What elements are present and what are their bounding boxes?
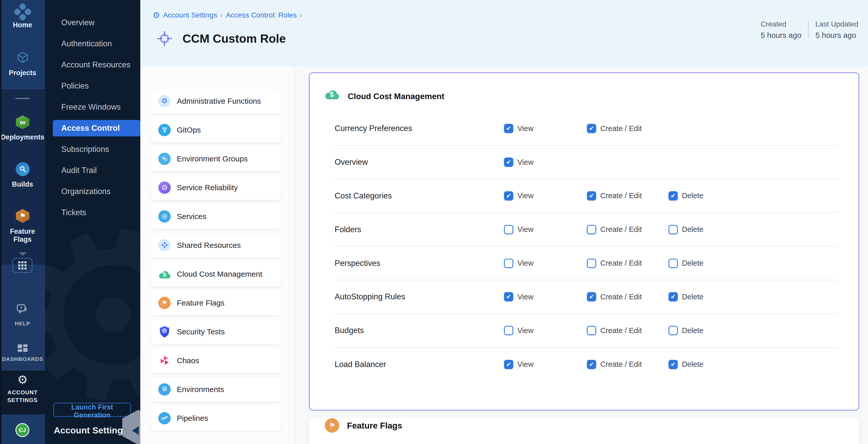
unchecked-checkbox[interactable] <box>504 259 513 268</box>
permission-cell-create-edit: ✔Create / Edit <box>587 292 642 302</box>
rail-item-help[interactable]: HELP <box>0 320 45 327</box>
breadcrumb-link-roles[interactable]: Access Control: Roles <box>226 11 297 19</box>
permissions-rows: Currency Preferences✔View✔Create / EditO… <box>335 112 838 381</box>
chaos-icon <box>158 354 170 367</box>
resource-group-label: Feature Flags <box>177 298 224 307</box>
launch-first-generation-button[interactable]: Launch First Generation <box>53 403 131 417</box>
checked-checkbox[interactable]: ✔ <box>504 124 513 133</box>
dashboards-icon[interactable] <box>17 344 28 354</box>
feature-flags-rail-icon[interactable]: ⚑ <box>15 209 30 223</box>
checked-checkbox[interactable]: ✔ <box>587 292 596 302</box>
builds-icon[interactable] <box>16 162 30 176</box>
rail-item-feature-flags[interactable]: Feature Flags <box>0 227 45 244</box>
settings-nav-item-audit-trail[interactable]: Audit Trail <box>45 160 140 181</box>
checked-checkbox[interactable]: ✔ <box>504 292 513 302</box>
chevron-down-icon[interactable] <box>19 252 27 256</box>
settings-nav-item-subscriptions[interactable]: Subscriptions <box>45 139 140 160</box>
gitops-icon <box>158 124 170 136</box>
permission-cell-create-edit: Create / Edit <box>587 259 642 268</box>
resource-group-label: Shared Resources <box>177 241 241 250</box>
settings-nav-item-policies[interactable]: Policies <box>45 75 140 97</box>
resource-group-service-reliability[interactable]: Service Reliability <box>151 175 281 200</box>
resource-group-gitops[interactable]: GitOps <box>151 117 281 142</box>
resource-group-pipelines[interactable]: Pipelines <box>151 406 281 431</box>
avatar-initials: CJ <box>19 427 26 433</box>
rail-item-home[interactable]: Home <box>0 21 45 29</box>
page-title-row: CCM Custom Role <box>156 30 286 47</box>
unchecked-checkbox[interactable] <box>669 326 678 335</box>
rail-top-section: Home Projects <box>0 0 45 89</box>
settings-nav-item-freeze-windows[interactable]: Freeze Windows <box>45 97 140 118</box>
updated-label: Last Updated <box>815 20 858 28</box>
checked-checkbox[interactable]: ✔ <box>669 191 678 200</box>
unchecked-checkbox[interactable] <box>669 225 678 234</box>
shared-resources-icon <box>158 239 170 251</box>
unchecked-checkbox[interactable] <box>504 326 513 335</box>
rail-account-settings-active[interactable]: ⚙ ACCOUNT SETTINGS <box>0 371 45 414</box>
breadcrumb-link-account-settings[interactable]: Account Settings <box>163 11 217 19</box>
checked-checkbox[interactable]: ✔ <box>669 292 678 302</box>
settings-nav-item-overview[interactable]: Overview <box>45 12 140 33</box>
page-title: CCM Custom Role <box>183 32 286 45</box>
deployments-icon[interactable]: ∞ <box>15 115 30 129</box>
next-module-panel: ⚑ Feature Flags <box>309 418 859 444</box>
user-avatar[interactable]: CJ <box>16 423 29 437</box>
settings-nav-item-access-control[interactable]: Access Control <box>53 120 140 136</box>
security-tests-icon <box>158 326 170 338</box>
ccm-cloud-icon: $ <box>324 88 339 100</box>
rail-item-deployments[interactable]: Deployments <box>0 133 45 141</box>
resource-group-security-tests[interactable]: Security Tests <box>151 319 281 344</box>
resource-group-cloud-cost-management[interactable]: $Cloud Cost Management <box>151 261 281 286</box>
settings-nav-item-account-resources[interactable]: Account Resources <box>45 54 140 75</box>
permission-label: Create / Edit <box>600 360 642 369</box>
resource-group-label: Services <box>177 212 207 221</box>
settings-nav-item-authentication[interactable]: Authentication <box>45 33 140 54</box>
permission-cell-view: ✔View <box>504 158 533 167</box>
unchecked-checkbox[interactable] <box>587 259 596 268</box>
settings-nav-item-organizations[interactable]: Organizations <box>45 181 140 202</box>
breadcrumb-separator: › <box>300 11 302 19</box>
checked-checkbox[interactable]: ✔ <box>504 158 513 167</box>
checked-checkbox[interactable]: ✔ <box>587 360 596 369</box>
permission-label: View <box>518 360 533 369</box>
service-reliability-icon <box>158 182 170 194</box>
permission-cell-delete: ✔Delete <box>669 360 704 369</box>
resource-group-environment-groups[interactable]: Environment Groups <box>151 146 281 171</box>
content-body: ⚙Administrative FunctionsGitOpsEnvironme… <box>140 66 868 444</box>
permission-name: Perspectives <box>335 259 380 268</box>
unchecked-checkbox[interactable] <box>587 326 596 335</box>
permission-label: Delete <box>682 293 704 301</box>
permission-cell-create-edit: Create / Edit <box>587 225 642 234</box>
rail-item-builds[interactable]: Builds <box>0 181 45 188</box>
resource-group-administrative-functions[interactable]: ⚙Administrative Functions <box>151 89 281 114</box>
resource-group-chaos[interactable]: Chaos <box>151 348 281 373</box>
next-panel-title: Feature Flags <box>347 421 402 431</box>
unchecked-checkbox[interactable] <box>504 225 513 234</box>
home-icon[interactable] <box>13 2 32 21</box>
resource-group-list: ⚙Administrative FunctionsGitOpsEnvironme… <box>140 66 294 444</box>
resource-group-shared-resources[interactable]: Shared Resources <box>151 233 281 258</box>
checked-checkbox[interactable]: ✔ <box>504 360 513 369</box>
checked-checkbox[interactable]: ✔ <box>669 360 678 369</box>
collapse-sidebar-icon[interactable] <box>132 426 139 435</box>
resource-group-environments[interactable]: Environments <box>151 377 281 402</box>
projects-cube-icon[interactable] <box>16 51 30 64</box>
magnifier-glyph <box>19 165 27 173</box>
permission-label: Create / Edit <box>600 326 642 335</box>
resource-group-services[interactable]: Services <box>151 204 281 229</box>
unchecked-checkbox[interactable] <box>587 225 596 234</box>
unchecked-checkbox[interactable] <box>669 259 678 268</box>
resource-group-label: Security Tests <box>177 327 225 336</box>
permission-cell-view: ✔View <box>504 191 533 200</box>
permission-cell-create-edit: Create / Edit <box>587 326 642 335</box>
rail-item-projects[interactable]: Projects <box>0 69 45 77</box>
checked-checkbox[interactable]: ✔ <box>587 191 596 200</box>
account-settings-label-line2: SETTINGS <box>0 397 45 404</box>
help-chat-icon[interactable]: ? <box>17 304 28 315</box>
checked-checkbox[interactable]: ✔ <box>587 124 596 133</box>
module-picker-button[interactable] <box>12 258 32 273</box>
checked-checkbox[interactable]: ✔ <box>504 191 513 200</box>
settings-nav-item-tickets[interactable]: Tickets <box>45 202 140 223</box>
resource-group-feature-flags[interactable]: ⚑Feature Flags <box>151 290 281 315</box>
rail-item-dashboards[interactable]: DASHBOARDS <box>0 356 45 362</box>
